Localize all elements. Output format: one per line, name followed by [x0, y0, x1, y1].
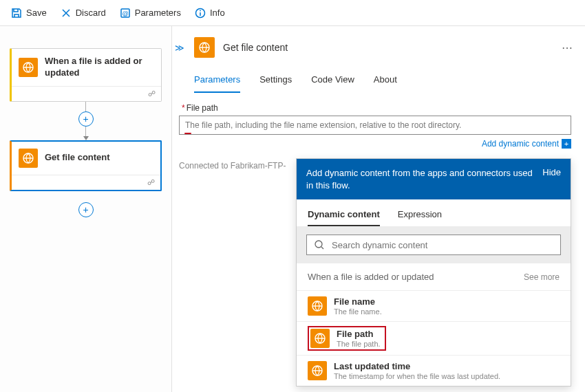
- info-label: Info: [210, 8, 225, 18]
- collapse-panel-button[interactable]: ≫: [172, 40, 187, 56]
- action-link-icon: ☍: [12, 175, 160, 190]
- tab-about[interactable]: About: [374, 70, 397, 93]
- tab-codeview[interactable]: Code View: [311, 70, 354, 93]
- arrow-down-icon: [83, 136, 89, 140]
- parameters-button[interactable]: @ Parameters: [114, 5, 187, 21]
- info-button[interactable]: Info: [189, 5, 231, 21]
- spellcheck-underline: [184, 133, 191, 134]
- add-step-button-2[interactable]: +: [78, 202, 94, 217]
- popup-header-text: Add dynamic content from the apps and co…: [306, 167, 534, 191]
- dynamic-item-file-name[interactable]: File name The file name.: [297, 290, 571, 321]
- ftp-icon: [19, 149, 38, 168]
- search-icon: [314, 239, 325, 250]
- tab-parameters[interactable]: Parameters: [194, 70, 240, 93]
- svg-point-4: [200, 10, 201, 11]
- panel-menu-button[interactable]: ⋯: [562, 41, 573, 54]
- save-button[interactable]: Save: [6, 5, 52, 21]
- trigger-link-icon: ☍: [12, 86, 161, 101]
- close-icon: [61, 8, 72, 19]
- svg-line-12: [321, 247, 323, 249]
- popup-tab-dynamic[interactable]: Dynamic content: [308, 206, 380, 226]
- designer-surface: When a file is added or updated ☍ + Get …: [0, 26, 172, 392]
- panel-title: Get file content: [223, 42, 288, 53]
- save-icon: [11, 8, 22, 19]
- save-label: Save: [26, 8, 47, 18]
- ftp-icon: [310, 329, 330, 348]
- ftp-icon: [19, 58, 38, 77]
- popup-tab-expression[interactable]: Expression: [398, 206, 442, 226]
- add-step-button[interactable]: +: [78, 111, 94, 127]
- ftp-icon: [194, 37, 215, 58]
- dynamic-item-file-path[interactable]: File path The file path.: [297, 321, 571, 355]
- panel-tabs: Parameters Settings Code View About: [194, 70, 571, 94]
- dynamic-item-last-updated[interactable]: Last updated time The timestamp for when…: [297, 355, 571, 386]
- search-input[interactable]: [332, 240, 553, 250]
- parameters-icon: @: [120, 8, 131, 19]
- action-node[interactable]: Get file content ☍: [10, 140, 162, 191]
- info-icon: [195, 8, 206, 19]
- see-more-link[interactable]: See more: [524, 272, 560, 282]
- discard-button[interactable]: Discard: [55, 5, 111, 21]
- trigger-node[interactable]: When a file is added or updated ☍: [10, 48, 162, 102]
- panel: ≫ ⋯ Get file content Parameters Settings…: [172, 26, 585, 392]
- action-title: Get file content: [45, 152, 110, 164]
- add-dynamic-content-link[interactable]: Add dynamic content +: [179, 139, 571, 149]
- file-path-input[interactable]: [179, 116, 571, 135]
- ftp-icon: [308, 361, 327, 380]
- popup-group-title: When a file is added or updated: [308, 272, 434, 282]
- parameters-label: Parameters: [135, 8, 181, 18]
- ftp-icon: [308, 296, 327, 316]
- svg-text:@: @: [122, 10, 128, 17]
- discard-label: Discard: [76, 8, 106, 18]
- popup-hide-button[interactable]: Hide: [542, 167, 561, 177]
- svg-point-11: [315, 241, 322, 248]
- trigger-title: When a file is added or updated: [45, 56, 154, 79]
- plus-icon: +: [562, 139, 571, 149]
- file-path-label: *File path: [182, 103, 571, 113]
- dynamic-content-popup: Add dynamic content from the apps and co…: [296, 158, 571, 386]
- tab-settings[interactable]: Settings: [259, 70, 292, 93]
- toolbar: Save Discard @ Parameters Info: [0, 0, 585, 26]
